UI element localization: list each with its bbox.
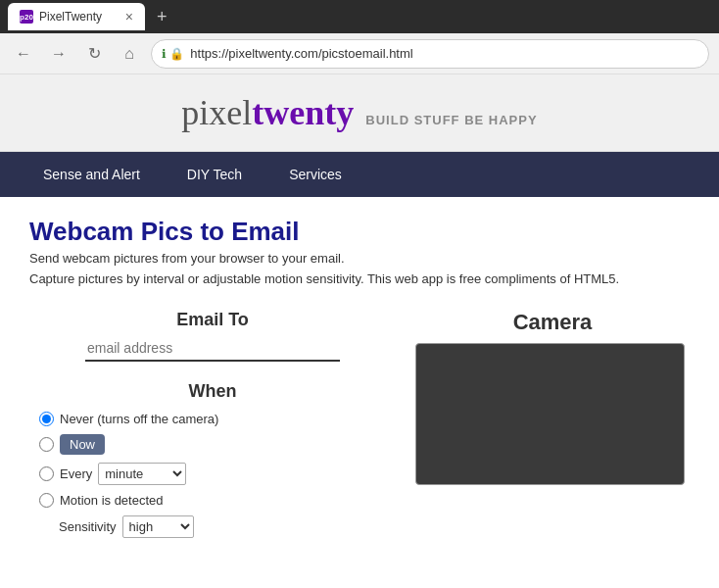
url-text: https://pixeltwenty.com/picstoemail.html xyxy=(190,46,412,61)
radio-every-label: Every xyxy=(60,466,92,481)
page-content: Webcam Pics to Email Send webcam picture… xyxy=(0,197,719,558)
logo-twenty: twenty xyxy=(252,92,354,133)
radio-row-motion: Motion is detected xyxy=(39,493,386,508)
tab-favicon: p20 xyxy=(20,10,33,24)
site-header: pixeltwenty BUILD STUFF BE HAPPY xyxy=(0,74,719,152)
page-description: Capture pictures by interval or adjustab… xyxy=(29,271,690,286)
nav-item-services[interactable]: Services xyxy=(265,152,365,197)
email-input[interactable] xyxy=(85,336,340,362)
radio-never[interactable] xyxy=(39,412,54,426)
back-button[interactable]: ← xyxy=(10,40,37,68)
nav-item-sense-and-alert[interactable]: Sense and Alert xyxy=(20,152,164,197)
page-subtitle: Send webcam pictures from your browser t… xyxy=(29,251,690,266)
browser-title-bar: p20 PixelTwenty × + xyxy=(0,0,719,33)
tab-title: PixelTwenty xyxy=(39,10,102,24)
radio-row-every: Every minute 5 minutes 10 minutes 30 min… xyxy=(39,463,386,485)
nav-item-diy-tech[interactable]: DIY Tech xyxy=(164,152,265,197)
radio-now[interactable] xyxy=(39,437,54,452)
interval-select[interactable]: minute 5 minutes 10 minutes 30 minutes h… xyxy=(98,463,186,485)
new-tab-button[interactable]: + xyxy=(153,7,171,27)
info-icon: ℹ 🔒 xyxy=(162,47,184,61)
email-section: Email To xyxy=(29,310,396,362)
left-panel: Email To When Never (turns off the camer… xyxy=(29,310,396,538)
forward-button[interactable]: → xyxy=(45,40,72,68)
main-layout: Email To When Never (turns off the camer… xyxy=(29,310,690,538)
radio-motion[interactable] xyxy=(39,493,54,508)
site-logo: pixeltwenty BUILD STUFF BE HAPPY xyxy=(181,92,537,133)
refresh-button[interactable]: ↻ xyxy=(80,40,108,68)
radio-every[interactable] xyxy=(39,466,54,481)
radio-motion-label: Motion is detected xyxy=(60,493,164,508)
logo-pixel: pixel xyxy=(181,92,252,133)
right-panel: Camera xyxy=(415,310,690,538)
browser-tab[interactable]: p20 PixelTwenty × xyxy=(8,3,145,30)
sensitivity-select[interactable]: high medium low xyxy=(122,515,194,538)
camera-title: Camera xyxy=(415,310,690,335)
logo-tagline: BUILD STUFF BE HAPPY xyxy=(365,113,537,127)
radio-row-now: Now xyxy=(39,434,386,455)
sensitivity-row: Sensitivity high medium low xyxy=(59,515,386,538)
now-button[interactable]: Now xyxy=(60,434,105,455)
radio-row-never: Never (turns off the camera) xyxy=(39,412,386,426)
when-section: When Never (turns off the camera) Now Ev… xyxy=(29,381,396,538)
radio-never-label: Never (turns off the camera) xyxy=(60,412,218,426)
home-button[interactable]: ⌂ xyxy=(116,40,143,68)
page-title: Webcam Pics to Email xyxy=(29,217,690,247)
when-title: When xyxy=(39,381,386,402)
camera-box xyxy=(415,343,685,485)
address-bar[interactable]: ℹ 🔒 https://pixeltwenty.com/picstoemail.… xyxy=(151,39,709,69)
sensitivity-label: Sensitivity xyxy=(59,519,117,534)
browser-nav-bar: ← → ↻ ⌂ ℹ 🔒 https://pixeltwenty.com/pics… xyxy=(0,33,719,74)
email-label: Email To xyxy=(29,310,396,330)
tab-close-button[interactable]: × xyxy=(125,9,133,24)
site-nav: Sense and Alert DIY Tech Services xyxy=(0,152,719,197)
